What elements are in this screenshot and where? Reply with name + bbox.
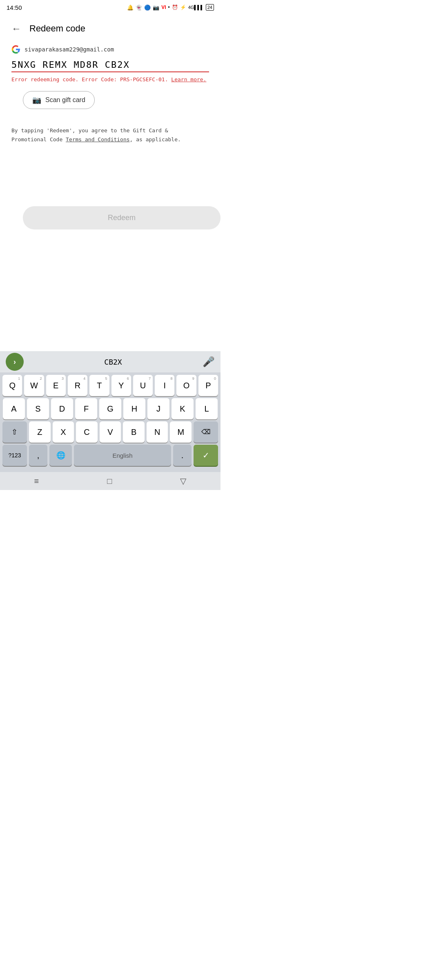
- camera-scan-icon: 📷: [32, 96, 41, 105]
- key-s[interactable]: S: [27, 398, 49, 419]
- back-button[interactable]: ←: [11, 23, 21, 34]
- google-logo: [11, 45, 20, 54]
- status-bar: 14:50 🔔 👻 🔵 📷 VI • ⏰ ⚡ 4G▌▌▌ 24: [0, 0, 220, 15]
- key-p[interactable]: 0P: [198, 375, 218, 396]
- spacebar[interactable]: English: [74, 445, 171, 466]
- suggestion-bar: › CB2X 🎤: [0, 351, 220, 372]
- key-d[interactable]: D: [51, 398, 73, 419]
- vi-icon: VI: [161, 4, 166, 10]
- key-j[interactable]: J: [147, 398, 169, 419]
- key-h[interactable]: H: [123, 398, 145, 419]
- period-key[interactable]: .: [173, 445, 192, 466]
- comma-key[interactable]: ,: [29, 445, 47, 466]
- keyboard-row-2: A S D F G H J K L: [2, 398, 218, 419]
- account-row: sivaparakasam229@gmail.com: [0, 41, 220, 60]
- home-nav-icon[interactable]: □: [107, 477, 112, 486]
- key-o[interactable]: 9O: [176, 375, 196, 396]
- code-input-wrap[interactable]: [11, 60, 209, 72]
- key-c[interactable]: C: [76, 421, 98, 443]
- nav-bar: ≡ □ ▽: [0, 472, 220, 490]
- status-icons: 🔔 👻 🔵 📷 VI • ⏰ ⚡ 4G▌▌▌ 24: [127, 4, 214, 11]
- keyboard-row-1: 1Q 2W 3E 4R 5T 6Y 7U 8I 9O 0P: [2, 375, 218, 396]
- code-input[interactable]: [11, 60, 209, 70]
- app-icon-blue: 🔵: [144, 4, 151, 11]
- key-z[interactable]: Z: [29, 421, 51, 443]
- globe-key[interactable]: 🌐: [49, 445, 72, 466]
- keyboard-row-4: ?123 , 🌐 English . ✓: [2, 445, 218, 466]
- key-t[interactable]: 5T: [89, 375, 109, 396]
- key-n[interactable]: N: [147, 421, 168, 443]
- key-x[interactable]: X: [53, 421, 74, 443]
- keyboard-rows: 1Q 2W 3E 4R 5T 6Y 7U 8I 9O 0P A S D F G …: [0, 372, 220, 466]
- key-m[interactable]: M: [170, 421, 192, 443]
- key-v[interactable]: V: [100, 421, 121, 443]
- key-r[interactable]: 4R: [68, 375, 87, 396]
- back-nav-icon[interactable]: ▽: [180, 476, 186, 486]
- enter-key[interactable]: ✓: [194, 445, 218, 466]
- key-q[interactable]: 1Q: [2, 375, 22, 396]
- key-a[interactable]: A: [3, 398, 25, 419]
- terms-text: By tapping 'Redeem', you agree to the Gi…: [11, 126, 209, 144]
- key-i[interactable]: 8I: [155, 375, 174, 396]
- keyboard: › CB2X 🎤 1Q 2W 3E 4R 5T 6Y 7U 8I 9O 0P A…: [0, 351, 220, 472]
- notification-icon: 🔔: [127, 4, 134, 11]
- delete-key[interactable]: ⌫: [194, 421, 218, 443]
- snapchat-icon: 👻: [136, 4, 142, 11]
- learn-more-link[interactable]: Learn more.: [171, 76, 206, 82]
- key-e[interactable]: 3E: [46, 375, 66, 396]
- camera-icon: 📷: [153, 4, 159, 11]
- key-k[interactable]: K: [172, 398, 194, 419]
- hamburger-nav-icon[interactable]: ≡: [34, 477, 39, 486]
- terms-link[interactable]: Terms and Conditions: [66, 136, 130, 143]
- key-f[interactable]: F: [75, 398, 97, 419]
- key-b[interactable]: B: [123, 421, 145, 443]
- error-message: Error redeeming code. Error Code: PRS-PG…: [11, 76, 209, 84]
- page-title: Redeem code: [29, 23, 85, 34]
- key-y[interactable]: 6Y: [111, 375, 131, 396]
- suggestion-text: CB2X: [104, 358, 122, 366]
- redeem-button[interactable]: Redeem: [23, 206, 220, 229]
- account-email: sivaparakasam229@gmail.com: [24, 46, 114, 53]
- microphone-icon[interactable]: 🎤: [203, 356, 215, 368]
- header: ← Redeem code: [0, 15, 220, 41]
- forward-button[interactable]: ›: [6, 353, 24, 371]
- symbol-key[interactable]: ?123: [2, 445, 27, 466]
- signal-icon: 4G▌▌▌: [188, 5, 204, 10]
- scan-label: Scan gift card: [45, 96, 85, 104]
- scan-gift-card-button[interactable]: 📷 Scan gift card: [23, 91, 95, 109]
- battery-icon: 24: [206, 4, 214, 11]
- key-g[interactable]: G: [99, 398, 121, 419]
- key-l[interactable]: L: [196, 398, 218, 419]
- key-w[interactable]: 2W: [24, 375, 44, 396]
- keyboard-row-3: ⇧ Z X C V B N M ⌫: [2, 421, 218, 443]
- chevron-right-icon: ›: [13, 358, 16, 366]
- dot-icon: •: [168, 4, 169, 10]
- alarm-icon: ⏰: [172, 4, 178, 10]
- shift-key[interactable]: ⇧: [2, 421, 27, 443]
- bluetooth-icon: ⚡: [180, 4, 186, 10]
- status-time: 14:50: [7, 4, 22, 11]
- key-u[interactable]: 7U: [133, 375, 153, 396]
